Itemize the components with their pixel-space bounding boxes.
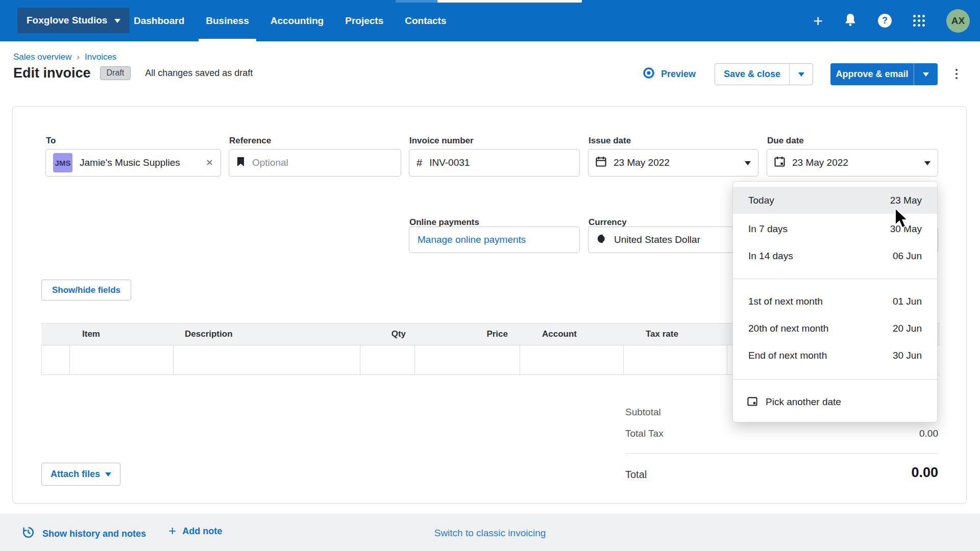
due-date-value: 23 May 2022 — [792, 157, 848, 168]
org-name: Foxglove Studios — [27, 15, 107, 26]
invoice-number-label: Invoice number — [409, 136, 474, 146]
chevron-down-icon — [745, 161, 751, 168]
menu-item-pick-another-date[interactable]: Pick another date — [733, 388, 937, 416]
item-cell[interactable] — [70, 345, 174, 374]
totals-divider — [625, 453, 938, 454]
menu-item-in-14-days[interactable]: In 14 days 06 Jun — [733, 242, 937, 269]
attach-files-button[interactable]: Attach files — [41, 463, 120, 486]
currency-label: Currency — [589, 217, 627, 228]
breadcrumb-separator: › — [77, 52, 80, 62]
col-description: Description — [185, 329, 233, 339]
total-tax-value: 0.00 — [829, 428, 938, 439]
hash-icon: # — [416, 157, 422, 169]
app-launcher-icon[interactable] — [913, 15, 925, 27]
nav-item-dashboard[interactable]: Dashboard — [134, 0, 184, 41]
calendar-dot-icon — [747, 396, 757, 409]
breadcrumb-invoices[interactable]: Invoices — [85, 52, 116, 62]
calendar-icon — [596, 156, 606, 169]
reference-field[interactable]: Optional — [229, 149, 401, 177]
autosave-status-text: All changes saved as draft — [145, 68, 253, 79]
save-close-menu-button[interactable] — [790, 64, 813, 85]
footer-bar: Show history and notes Add note Switch t… — [0, 514, 980, 551]
col-qty: Qty — [365, 329, 406, 339]
approve-email-menu-button[interactable] — [914, 63, 938, 85]
user-avatar[interactable]: AX — [946, 9, 970, 33]
col-tax-rate: Tax rate — [646, 329, 678, 339]
col-account: Account — [542, 329, 577, 339]
remove-contact-icon[interactable] — [206, 157, 213, 168]
account-cell[interactable] — [520, 345, 624, 374]
save-close-button[interactable]: Save & close — [715, 64, 790, 85]
chevron-down-icon — [798, 72, 804, 80]
qty-cell[interactable] — [360, 345, 415, 374]
show-history-link[interactable]: Show history and notes — [21, 525, 146, 542]
plus-icon — [168, 524, 176, 537]
issue-date-value: 23 May 2022 — [614, 157, 670, 168]
to-contact-field[interactable]: JMS Jamie's Music Supplies — [45, 149, 221, 177]
top-loading-artifact-white — [437, 0, 582, 3]
subtotal-label: Subtotal — [625, 407, 661, 418]
menu-item-1st-next-month[interactable]: 1st of next month 01 Jun — [733, 288, 937, 315]
eye-icon — [643, 67, 655, 82]
total-tax-label: Total Tax — [625, 428, 664, 439]
title-row: Edit invoice Draft All changes saved as … — [13, 65, 253, 81]
menu-item-20th-next-month[interactable]: 20th of next month 20 Jun — [733, 315, 937, 342]
nav-item-projects[interactable]: Projects — [345, 0, 383, 41]
chevron-down-icon — [924, 161, 930, 168]
due-date-label: Due date — [767, 136, 804, 146]
issue-date-label: Issue date — [589, 136, 631, 146]
menu-divider — [733, 279, 937, 279]
primary-nav: Dashboard Business Accounting Projects C… — [134, 0, 447, 41]
create-new-icon[interactable] — [813, 13, 823, 29]
reference-label: Reference — [229, 136, 271, 146]
menu-item-today[interactable]: Today 23 May — [733, 187, 937, 214]
calendar-dot-icon — [774, 156, 785, 169]
col-item: Item — [82, 329, 100, 339]
status-badge: Draft — [100, 66, 131, 80]
approve-email-split-button: Approve & email — [830, 63, 938, 85]
nav-item-contacts[interactable]: Contacts — [405, 0, 446, 41]
total-value: 0.00 — [804, 465, 938, 481]
currency-globe-icon — [597, 234, 607, 246]
nav-item-business[interactable]: Business — [206, 0, 249, 41]
show-hide-fields-button[interactable]: Show/hide fields — [41, 280, 131, 300]
switch-classic-invoicing-link[interactable]: Switch to classic invoicing — [434, 528, 546, 539]
nav-item-accounting[interactable]: Accounting — [271, 0, 324, 41]
invoice-number-field[interactable]: # INV-0031 — [409, 149, 580, 177]
bookmark-icon — [236, 157, 245, 169]
contact-name: Jamie's Music Supplies — [80, 157, 180, 168]
issue-date-field[interactable]: 23 May 2022 — [588, 149, 758, 177]
save-close-split-button: Save & close — [715, 63, 813, 85]
nav-utility-icons: AX — [813, 0, 970, 41]
menu-item-end-next-month[interactable]: End of next month 30 Jun — [733, 342, 937, 369]
approve-email-button[interactable]: Approve & email — [830, 63, 914, 85]
online-payments-box: Manage online payments — [409, 227, 580, 253]
menu-divider — [733, 379, 937, 380]
reference-placeholder: Optional — [252, 157, 288, 168]
chevron-down-icon — [114, 19, 120, 26]
help-icon[interactable] — [878, 14, 892, 28]
manage-online-payments-link[interactable]: Manage online payments — [418, 234, 526, 245]
chevron-down-icon — [105, 472, 111, 480]
price-cell[interactable] — [415, 345, 520, 374]
add-note-link[interactable]: Add note — [168, 525, 222, 537]
chevron-down-icon — [923, 72, 929, 80]
menu-item-in-7-days[interactable]: In 7 days 30 May — [733, 215, 937, 242]
more-options-kebab-button[interactable] — [954, 68, 959, 80]
to-label: To — [46, 136, 56, 146]
preview-button[interactable]: Preview — [643, 67, 696, 82]
notifications-bell-icon[interactable] — [844, 13, 856, 29]
top-navbar: Foxglove Studios Dashboard Business Acco… — [0, 0, 980, 41]
org-switcher[interactable]: Foxglove Studios — [17, 8, 130, 33]
row-drag-handle-cell[interactable] — [42, 345, 70, 374]
currency-value: United States Dollar — [614, 234, 700, 245]
description-cell[interactable] — [174, 345, 360, 374]
total-label: Total — [625, 469, 647, 481]
contact-initials-chip: JMS — [53, 153, 72, 172]
col-price: Price — [452, 329, 508, 339]
due-date-field[interactable]: 23 May 2022 — [767, 149, 938, 177]
page-title: Edit invoice — [13, 65, 91, 81]
history-clock-icon — [21, 525, 35, 542]
breadcrumb-sales-overview[interactable]: Sales overview — [13, 52, 71, 62]
tax-rate-cell[interactable] — [624, 345, 727, 374]
